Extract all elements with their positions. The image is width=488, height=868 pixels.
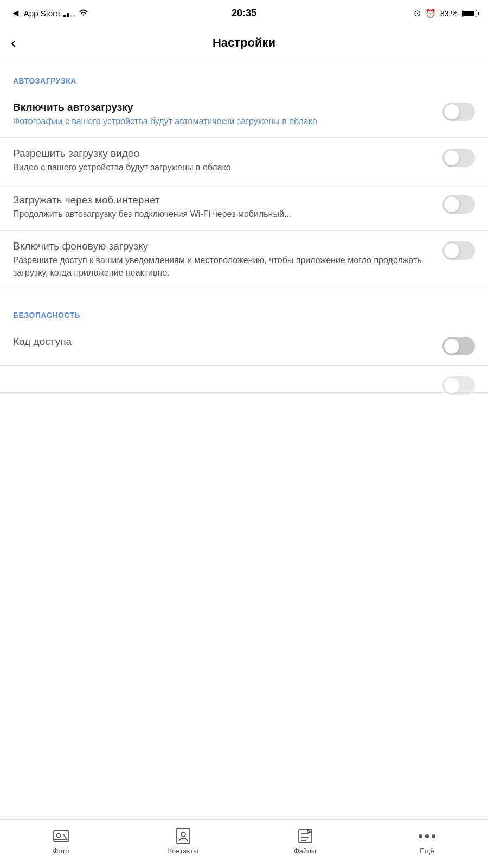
toggle-enable-autoload[interactable] — [442, 103, 475, 121]
settings-content: АВТОЗАГРУЗКА Включить автозагрузку Фотог… — [0, 59, 488, 819]
setting-title-allow-video: Разрешить загрузку видео — [13, 148, 432, 159]
setting-title-background-upload: Включить фоновую загрузку — [13, 240, 432, 252]
setting-item-partial — [0, 366, 488, 393]
status-left: ◄ App Store — [11, 8, 88, 19]
photo-icon — [53, 827, 70, 845]
svg-point-3 — [181, 832, 185, 837]
tab-photos-label: Фото — [53, 847, 69, 855]
more-icon — [419, 827, 436, 845]
setting-text-enable-autoload: Включить автозагрузку Фотографии с вашег… — [13, 101, 432, 127]
status-bar: ◄ App Store 20:35 ⊙ ⏰ 83 % — [0, 0, 488, 27]
battery-icon — [462, 10, 477, 17]
files-icon — [297, 827, 314, 845]
contacts-icon — [175, 827, 192, 845]
setting-desc-mobile-internet: Продолжить автозагрузку без подключения … — [13, 208, 432, 220]
dot-3 — [432, 834, 435, 838]
status-time: 20:35 — [232, 8, 256, 19]
setting-text-passcode: Код доступа — [13, 336, 432, 350]
location-icon: ⊙ — [414, 8, 421, 18]
setting-text-allow-video: Разрешить загрузку видео Видео с вашего … — [13, 148, 432, 174]
svg-point-1 — [56, 834, 60, 838]
alarm-icon: ⏰ — [425, 8, 436, 18]
setting-desc-enable-autoload: Фотографии с вашего устройства будут авт… — [13, 116, 432, 127]
setting-title-enable-autoload: Включить автозагрузку — [13, 101, 432, 113]
setting-item-enable-autoload: Включить автозагрузку Фотографии с вашег… — [0, 92, 488, 138]
setting-text-background-upload: Включить фоновую загрузку Разрешите дост… — [13, 240, 432, 279]
dot-2 — [425, 834, 429, 838]
tab-files[interactable]: Файлы — [244, 827, 366, 855]
tab-contacts[interactable]: Контакты — [122, 827, 244, 855]
setting-title-passcode: Код доступа — [13, 336, 432, 348]
tab-more-label: Ещё — [420, 847, 434, 855]
setting-item-allow-video: Разрешить загрузку видео Видео с вашего … — [0, 138, 488, 184]
toggle-mobile-internet[interactable] — [442, 195, 475, 214]
setting-item-passcode: Код доступа — [0, 326, 488, 366]
tab-files-label: Файлы — [294, 847, 316, 855]
nav-bar: ‹ Настройки — [0, 27, 488, 59]
toggle-allow-video[interactable] — [442, 149, 475, 167]
setting-title-mobile-internet: Загружать через моб.интернет — [13, 194, 432, 206]
signal-bars — [63, 10, 75, 17]
signal-bar-1 — [63, 15, 66, 17]
dots-icon — [419, 834, 435, 838]
status-right: ⊙ ⏰ 83 % — [414, 8, 477, 18]
setting-item-background-upload: Включить фоновую загрузку Разрешите дост… — [0, 231, 488, 289]
toggle-passcode[interactable] — [442, 337, 475, 355]
section-header-security: БЕЗОПАСНОСТЬ — [0, 289, 488, 326]
tab-contacts-label: Контакты — [168, 847, 198, 855]
tab-photos[interactable]: Фото — [0, 827, 122, 855]
wifi-icon — [79, 9, 88, 18]
signal-bar-3 — [70, 15, 72, 17]
svg-rect-0 — [54, 831, 69, 841]
back-arrow-status: ◄ — [11, 8, 21, 19]
setting-desc-allow-video: Видео с вашего устройства будут загружен… — [13, 162, 432, 174]
toggle-background-upload[interactable] — [442, 241, 475, 260]
tab-bar: Фото Контакты Файлы — [0, 819, 488, 868]
setting-item-mobile-internet: Загружать через моб.интернет Продолжить … — [0, 184, 488, 231]
back-button[interactable]: ‹ — [11, 35, 16, 50]
toggle-partial[interactable] — [442, 376, 475, 395]
signal-bar-4 — [73, 15, 75, 17]
signal-bar-2 — [67, 13, 69, 17]
setting-desc-background-upload: Разрешите доступ к вашим уведомлениям и … — [13, 254, 432, 279]
section-header-autoload: АВТОЗАГРУЗКА — [0, 59, 488, 92]
battery-fill — [463, 11, 474, 16]
dot-1 — [419, 834, 422, 838]
page-title: Настройки — [213, 36, 275, 50]
battery-percent: 83 % — [440, 9, 458, 18]
tab-more[interactable]: Ещё — [366, 827, 488, 855]
carrier-label: App Store — [24, 9, 60, 18]
setting-text-mobile-internet: Загружать через моб.интернет Продолжить … — [13, 194, 432, 220]
